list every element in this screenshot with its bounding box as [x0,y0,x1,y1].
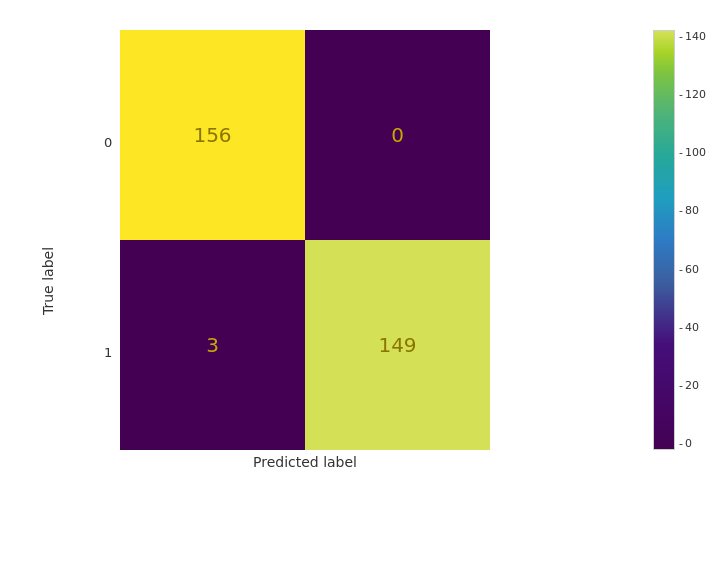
colorbar-tick-60: 60 [679,263,706,276]
colorbar-tick-140: 140 [679,30,706,43]
cell-01: 0 [305,30,490,240]
ytick-1: 1 [104,345,112,360]
cell-00: 156 [120,30,305,240]
x-axis-label: Predicted label [253,454,357,470]
matrix-container: 0 1 0 1 156 0 3 149 Predicted label [80,20,510,480]
colorbar-tick-20: 20 [679,379,706,392]
ytick-0: 0 [104,135,112,150]
cell-11: 149 [305,240,490,450]
colorbar: 140 120 100 80 60 40 20 0 [653,20,708,480]
colorbar-gradient [653,30,675,450]
colorbar-tick-100: 100 [679,146,706,159]
colorbar-tick-120: 120 [679,88,706,101]
colorbar-ticks: 140 120 100 80 60 40 20 0 [675,30,706,450]
y-axis-label: True label [40,247,56,315]
colorbar-tick-40: 40 [679,321,706,334]
cell-10: 3 [120,240,305,450]
confusion-matrix-grid: 156 0 3 149 [120,30,490,450]
colorbar-tick-0: 0 [679,437,706,450]
colorbar-tick-80: 80 [679,204,706,217]
figure: True label 0 1 0 1 156 0 3 149 Predicted… [0,0,726,562]
